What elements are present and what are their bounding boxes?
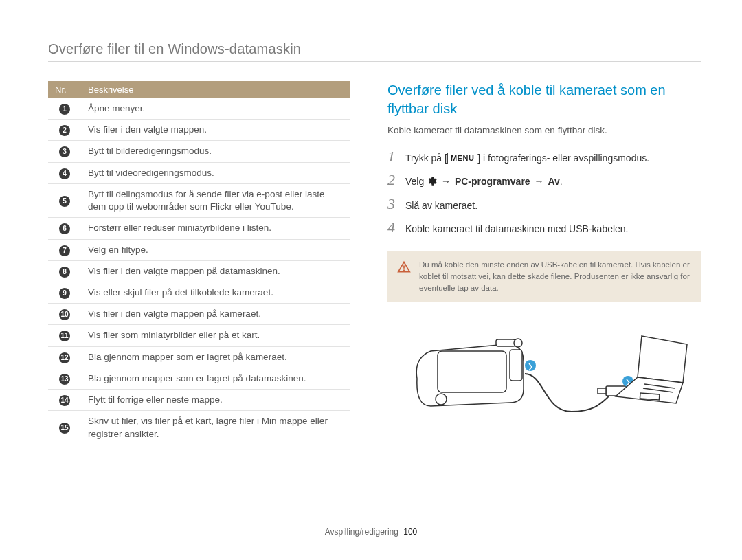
menu-button-icon: MENU bbox=[447, 153, 477, 164]
step3-text: Slå av kameraet. bbox=[405, 197, 477, 213]
step2-bold1: PC-programvare bbox=[455, 176, 530, 187]
page-title: Overføre filer til en Windows-datamaskin bbox=[48, 41, 701, 57]
svg-point-3 bbox=[436, 394, 447, 405]
step-number: 4 bbox=[387, 220, 398, 235]
step-2: 2 Velg → PC-programvare → Av. bbox=[387, 172, 701, 190]
row-desc: Vis eller skjul filer på det tilkoblede … bbox=[81, 282, 350, 303]
step2-bold2: Av bbox=[548, 176, 559, 187]
table-row: 13Bla gjennom mapper som er lagret på da… bbox=[48, 368, 350, 389]
circle-number-icon: 4 bbox=[59, 168, 70, 179]
title-divider bbox=[48, 61, 701, 62]
row-desc: Bla gjennom mapper som er lagret på kame… bbox=[81, 346, 350, 368]
circle-number-icon: 1 bbox=[59, 104, 70, 115]
table-row: 11Vis filer som miniatyrbilder eller på … bbox=[48, 325, 350, 346]
warning-note: Du må koble den minste enden av USB-kabe… bbox=[387, 251, 701, 302]
steps-list: 1 Trykk på [MENU] i fotograferings- elle… bbox=[387, 149, 701, 236]
row-desc: Åpne menyer. bbox=[81, 98, 350, 120]
step-number: 3 bbox=[387, 197, 398, 212]
row-desc: Vis filer som miniatyrbilder eller på et… bbox=[81, 325, 350, 346]
circle-number-icon: 13 bbox=[59, 374, 70, 385]
th-desc: Beskrivelse bbox=[81, 81, 350, 98]
svg-rect-4 bbox=[510, 350, 522, 381]
circle-number-icon: 10 bbox=[59, 309, 70, 320]
table-row: 1Åpne menyer. bbox=[48, 98, 350, 120]
row-desc: Forstørr eller reduser miniatyrbildene i… bbox=[81, 218, 350, 239]
svg-point-1 bbox=[403, 270, 405, 271]
table-row: 5Bytt til delingsmodus for å sende filer… bbox=[48, 183, 350, 217]
row-desc: Bytt til bilderedigeringsmodus. bbox=[81, 141, 350, 162]
row-desc: Bytt til videoredigeringsmodus. bbox=[81, 162, 350, 183]
step-1: 1 Trykk på [MENU] i fotograferings- elle… bbox=[387, 149, 701, 166]
left-column: Nr. Beskrivelse 1Åpne menyer. 2Vis filer… bbox=[48, 81, 350, 445]
step-number: 2 bbox=[387, 172, 398, 188]
step2-pre: Velg bbox=[405, 176, 427, 187]
step1-pre: Trykk på [ bbox=[405, 153, 447, 164]
table-row: 9Vis eller skjul filer på det tilkoblede… bbox=[48, 282, 350, 303]
circle-number-icon: 7 bbox=[59, 245, 70, 256]
row-desc: Flytt til forrige eller neste mappe. bbox=[81, 390, 350, 411]
table-row: 7Velg en filtype. bbox=[48, 239, 350, 260]
circle-number-icon: 9 bbox=[59, 288, 70, 299]
step2-period: . bbox=[560, 176, 563, 187]
circle-number-icon: 6 bbox=[59, 223, 70, 234]
table-row: 10Vis filer i den valgte mappen på kamer… bbox=[48, 304, 350, 325]
section-heading: Overføre filer ved å koble til kameraet … bbox=[387, 81, 701, 118]
section-intro: Koble kameraet til datamaskinen som en f… bbox=[387, 125, 701, 135]
step1-post: ] i fotograferings- eller avspillingsmod… bbox=[477, 153, 649, 164]
gear-icon bbox=[427, 176, 437, 190]
step-3: 3 Slå av kameraet. bbox=[387, 197, 701, 213]
svg-rect-5 bbox=[496, 339, 515, 346]
th-nr: Nr. bbox=[48, 81, 81, 98]
row-desc: Vis filer i den valgte mappen på kamerae… bbox=[81, 304, 350, 325]
table-row: 2Vis filer i den valgte mappen. bbox=[48, 120, 350, 141]
table-row: 3Bytt til bilderedigeringsmodus. bbox=[48, 141, 350, 162]
row-desc: Skriv ut filer, vis filer på et kart, la… bbox=[81, 411, 350, 445]
svg-rect-9 bbox=[598, 388, 606, 394]
step-4: 4 Koble kameraet til datamaskinen med US… bbox=[387, 220, 701, 236]
circle-number-icon: 3 bbox=[59, 146, 70, 157]
step-number: 1 bbox=[387, 149, 398, 164]
page-footer: Avspilling/redigering 100 bbox=[0, 527, 742, 537]
row-desc: Bla gjennom mapper som er lagret på data… bbox=[81, 368, 350, 389]
arrow-right-icon: → bbox=[440, 175, 452, 189]
table-row: 6Forstørr eller reduser miniatyrbildene … bbox=[48, 218, 350, 239]
step4-text: Koble kameraet til datamaskinen med USB-… bbox=[405, 220, 629, 236]
table-row: 4Bytt til videoredigeringsmodus. bbox=[48, 162, 350, 183]
circle-number-icon: 2 bbox=[59, 125, 70, 136]
footer-page-number: 100 bbox=[403, 527, 417, 537]
table-row: 14Flytt til forrige eller neste mappe. bbox=[48, 390, 350, 411]
table-row: 12Bla gjennom mapper som er lagret på ka… bbox=[48, 346, 350, 368]
circle-number-icon: 8 bbox=[59, 267, 70, 278]
warning-icon bbox=[397, 260, 411, 293]
warning-text: Du må koble den minste enden av USB-kabe… bbox=[419, 259, 690, 293]
circle-number-icon: 11 bbox=[59, 331, 70, 341]
svg-rect-2 bbox=[438, 351, 506, 392]
circle-number-icon: 12 bbox=[59, 352, 70, 363]
svg-rect-13 bbox=[640, 393, 659, 400]
footer-section-label: Avspilling/redigering bbox=[325, 527, 398, 537]
right-column: Overføre filer ved å koble til kameraet … bbox=[387, 81, 701, 445]
table-row: 15Skriv ut filer, vis filer på et kart, … bbox=[48, 411, 350, 445]
row-desc: Vis filer i den valgte mappen. bbox=[81, 120, 350, 141]
arrow-right-icon: → bbox=[533, 175, 546, 189]
row-desc: Vis filer i den valgte mappen på datamas… bbox=[81, 260, 350, 282]
description-table: Nr. Beskrivelse 1Åpne menyer. 2Vis filer… bbox=[48, 81, 350, 445]
svg-point-6 bbox=[514, 339, 522, 347]
row-desc: Velg en filtype. bbox=[81, 239, 350, 260]
connection-diagram bbox=[387, 322, 701, 418]
circle-number-icon: 15 bbox=[59, 423, 70, 434]
circle-number-icon: 5 bbox=[59, 196, 70, 207]
row-desc: Bytt til delingsmodus for å sende filer … bbox=[81, 183, 350, 217]
circle-number-icon: 14 bbox=[59, 395, 70, 406]
table-row: 8Vis filer i den valgte mappen på datama… bbox=[48, 260, 350, 282]
